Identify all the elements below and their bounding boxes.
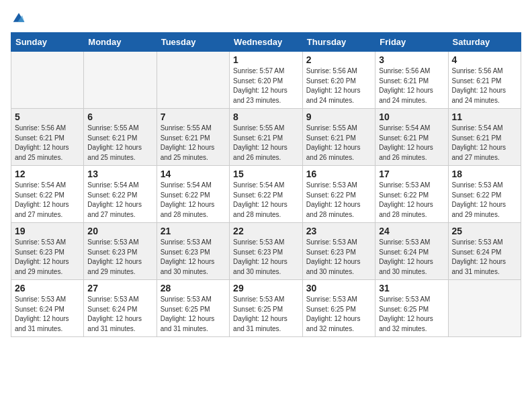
day-info: Sunrise: 5:55 AM Sunset: 6:21 PM Dayligh… <box>306 124 371 163</box>
calendar-day-cell: 5Sunrise: 5:56 AM Sunset: 6:21 PM Daylig… <box>11 109 84 166</box>
day-number: 17 <box>379 169 444 179</box>
weekday-header-thursday: Thursday <box>302 33 375 52</box>
logo-icon <box>12 11 26 24</box>
calendar-day-cell: 15Sunrise: 5:54 AM Sunset: 6:22 PM Dayli… <box>230 166 303 223</box>
logo <box>11 11 26 24</box>
day-number: 19 <box>15 226 80 236</box>
calendar-table: SundayMondayTuesdayWednesdayThursdayFrid… <box>11 32 521 337</box>
weekday-header-monday: Monday <box>84 33 157 52</box>
day-number: 4 <box>452 54 518 65</box>
day-info: Sunrise: 5:54 AM Sunset: 6:22 PM Dayligh… <box>15 181 80 220</box>
day-number: 6 <box>87 111 152 122</box>
day-number: 15 <box>233 169 299 179</box>
day-number: 27 <box>87 283 152 293</box>
calendar-day-cell <box>448 280 521 337</box>
day-info: Sunrise: 5:56 AM Sunset: 6:21 PM Dayligh… <box>379 66 444 105</box>
weekday-header-wednesday: Wednesday <box>230 33 303 52</box>
calendar-week-row: 12Sunrise: 5:54 AM Sunset: 6:22 PM Dayli… <box>11 166 521 223</box>
day-number: 20 <box>87 226 152 236</box>
day-info: Sunrise: 5:53 AM Sunset: 6:23 PM Dayligh… <box>161 238 226 277</box>
day-info: Sunrise: 5:53 AM Sunset: 6:22 PM Dayligh… <box>306 181 371 220</box>
day-number: 2 <box>306 54 371 65</box>
day-number: 18 <box>452 169 518 179</box>
day-info: Sunrise: 5:55 AM Sunset: 6:21 PM Dayligh… <box>233 124 299 163</box>
day-info: Sunrise: 5:53 AM Sunset: 6:25 PM Dayligh… <box>306 295 371 334</box>
day-number: 11 <box>452 111 518 122</box>
calendar-day-cell: 4Sunrise: 5:56 AM Sunset: 6:21 PM Daylig… <box>448 52 521 109</box>
day-info: Sunrise: 5:53 AM Sunset: 6:22 PM Dayligh… <box>452 181 518 220</box>
day-info: Sunrise: 5:54 AM Sunset: 6:22 PM Dayligh… <box>233 181 299 220</box>
calendar-day-cell: 19Sunrise: 5:53 AM Sunset: 6:23 PM Dayli… <box>11 223 84 280</box>
calendar-day-cell <box>157 52 229 109</box>
calendar-day-cell: 30Sunrise: 5:53 AM Sunset: 6:25 PM Dayli… <box>302 280 375 337</box>
day-number: 23 <box>306 226 371 236</box>
day-number: 28 <box>161 283 226 293</box>
day-info: Sunrise: 5:56 AM Sunset: 6:21 PM Dayligh… <box>452 66 518 105</box>
calendar-day-cell: 26Sunrise: 5:53 AM Sunset: 6:24 PM Dayli… <box>11 280 84 337</box>
day-number: 7 <box>161 111 226 122</box>
calendar-week-row: 5Sunrise: 5:56 AM Sunset: 6:21 PM Daylig… <box>11 109 521 166</box>
day-number: 10 <box>379 111 444 122</box>
day-info: Sunrise: 5:53 AM Sunset: 6:25 PM Dayligh… <box>161 295 226 334</box>
weekday-header-sunday: Sunday <box>11 33 84 52</box>
day-info: Sunrise: 5:57 AM Sunset: 6:20 PM Dayligh… <box>233 66 299 105</box>
calendar-day-cell: 22Sunrise: 5:53 AM Sunset: 6:23 PM Dayli… <box>230 223 303 280</box>
calendar-day-cell: 8Sunrise: 5:55 AM Sunset: 6:21 PM Daylig… <box>230 109 303 166</box>
calendar-week-row: 1Sunrise: 5:57 AM Sunset: 6:20 PM Daylig… <box>11 52 521 109</box>
calendar-day-cell: 27Sunrise: 5:53 AM Sunset: 6:24 PM Dayli… <box>84 280 157 337</box>
day-number: 13 <box>87 169 152 179</box>
calendar-day-cell: 13Sunrise: 5:54 AM Sunset: 6:22 PM Dayli… <box>84 166 157 223</box>
day-number: 21 <box>161 226 226 236</box>
day-info: Sunrise: 5:53 AM Sunset: 6:23 PM Dayligh… <box>87 238 152 277</box>
day-info: Sunrise: 5:55 AM Sunset: 6:21 PM Dayligh… <box>87 124 152 163</box>
day-info: Sunrise: 5:53 AM Sunset: 6:23 PM Dayligh… <box>233 238 299 277</box>
calendar-day-cell: 17Sunrise: 5:53 AM Sunset: 6:22 PM Dayli… <box>375 166 448 223</box>
calendar-week-row: 19Sunrise: 5:53 AM Sunset: 6:23 PM Dayli… <box>11 223 521 280</box>
day-number: 9 <box>306 111 371 122</box>
day-info: Sunrise: 5:53 AM Sunset: 6:23 PM Dayligh… <box>15 238 80 277</box>
day-number: 1 <box>233 54 299 65</box>
day-info: Sunrise: 5:54 AM Sunset: 6:22 PM Dayligh… <box>161 181 226 220</box>
day-number: 3 <box>379 54 444 65</box>
calendar-day-cell: 24Sunrise: 5:53 AM Sunset: 6:24 PM Dayli… <box>375 223 448 280</box>
calendar-day-cell: 2Sunrise: 5:56 AM Sunset: 6:20 PM Daylig… <box>302 52 375 109</box>
day-info: Sunrise: 5:55 AM Sunset: 6:21 PM Dayligh… <box>161 124 226 163</box>
day-number: 26 <box>15 283 80 293</box>
calendar-day-cell: 28Sunrise: 5:53 AM Sunset: 6:25 PM Dayli… <box>157 280 229 337</box>
calendar-day-cell: 9Sunrise: 5:55 AM Sunset: 6:21 PM Daylig… <box>302 109 375 166</box>
day-info: Sunrise: 5:56 AM Sunset: 6:21 PM Dayligh… <box>15 124 80 163</box>
day-number: 24 <box>379 226 444 236</box>
day-info: Sunrise: 5:53 AM Sunset: 6:25 PM Dayligh… <box>379 295 444 334</box>
calendar-day-cell <box>11 52 84 109</box>
day-info: Sunrise: 5:53 AM Sunset: 6:24 PM Dayligh… <box>452 238 518 277</box>
day-number: 5 <box>15 111 80 122</box>
calendar-day-cell: 1Sunrise: 5:57 AM Sunset: 6:20 PM Daylig… <box>230 52 303 109</box>
calendar-day-cell: 6Sunrise: 5:55 AM Sunset: 6:21 PM Daylig… <box>84 109 157 166</box>
calendar-day-cell: 7Sunrise: 5:55 AM Sunset: 6:21 PM Daylig… <box>157 109 229 166</box>
page-header <box>11 11 521 24</box>
day-number: 12 <box>15 169 80 179</box>
calendar-day-cell: 20Sunrise: 5:53 AM Sunset: 6:23 PM Dayli… <box>84 223 157 280</box>
day-number: 22 <box>233 226 299 236</box>
day-info: Sunrise: 5:54 AM Sunset: 6:21 PM Dayligh… <box>452 124 518 163</box>
day-info: Sunrise: 5:56 AM Sunset: 6:20 PM Dayligh… <box>306 66 371 105</box>
weekday-header-saturday: Saturday <box>448 33 521 52</box>
calendar-day-cell: 16Sunrise: 5:53 AM Sunset: 6:22 PM Dayli… <box>302 166 375 223</box>
calendar-day-cell: 10Sunrise: 5:54 AM Sunset: 6:21 PM Dayli… <box>375 109 448 166</box>
day-number: 30 <box>306 283 371 293</box>
day-number: 25 <box>452 226 518 236</box>
day-info: Sunrise: 5:53 AM Sunset: 6:24 PM Dayligh… <box>379 238 444 277</box>
day-info: Sunrise: 5:54 AM Sunset: 6:22 PM Dayligh… <box>87 181 152 220</box>
calendar-day-cell: 11Sunrise: 5:54 AM Sunset: 6:21 PM Dayli… <box>448 109 521 166</box>
day-info: Sunrise: 5:53 AM Sunset: 6:24 PM Dayligh… <box>87 295 152 334</box>
calendar-day-cell: 3Sunrise: 5:56 AM Sunset: 6:21 PM Daylig… <box>375 52 448 109</box>
calendar-day-cell: 12Sunrise: 5:54 AM Sunset: 6:22 PM Dayli… <box>11 166 84 223</box>
day-info: Sunrise: 5:53 AM Sunset: 6:23 PM Dayligh… <box>306 238 371 277</box>
day-info: Sunrise: 5:53 AM Sunset: 6:22 PM Dayligh… <box>379 181 444 220</box>
calendar-day-cell <box>84 52 157 109</box>
day-number: 8 <box>233 111 299 122</box>
day-info: Sunrise: 5:53 AM Sunset: 6:24 PM Dayligh… <box>15 295 80 334</box>
calendar-day-cell: 25Sunrise: 5:53 AM Sunset: 6:24 PM Dayli… <box>448 223 521 280</box>
calendar-day-cell: 23Sunrise: 5:53 AM Sunset: 6:23 PM Dayli… <box>302 223 375 280</box>
day-number: 14 <box>161 169 226 179</box>
